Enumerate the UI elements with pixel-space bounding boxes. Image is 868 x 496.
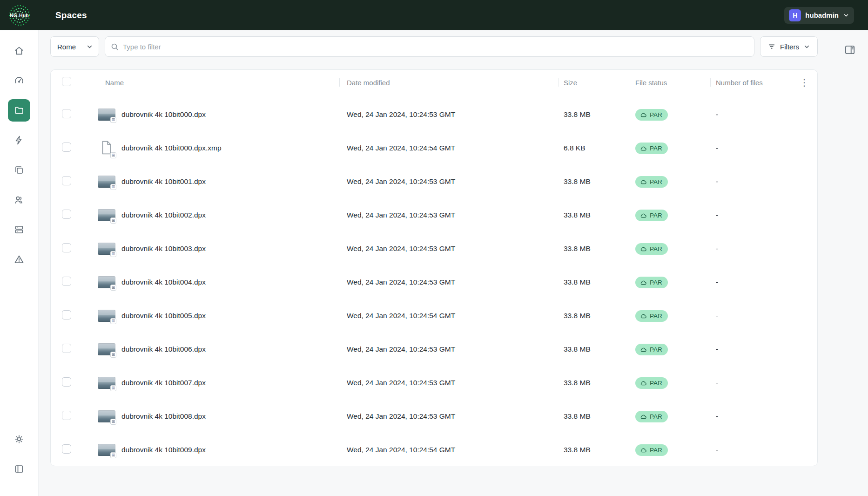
file-type-mini-badge-icon: ⊞ bbox=[110, 117, 116, 123]
number-of-files: - bbox=[710, 211, 817, 219]
date-modified: Wed, 24 Jan 2024, 10:24:53 GMT bbox=[339, 379, 558, 387]
status-badge-label: PAR bbox=[650, 346, 662, 353]
column-header-name[interactable]: Name bbox=[79, 79, 339, 87]
filters-button[interactable]: Filters bbox=[760, 36, 818, 57]
file-name[interactable]: dubrovnik 4k 10bit001.dpx bbox=[121, 177, 206, 186]
user-name: hubadmin bbox=[805, 11, 839, 19]
image-thumbnail-icon: ⊞ bbox=[98, 410, 115, 422]
sidebar-item-settings[interactable] bbox=[8, 428, 30, 450]
file-name[interactable]: dubrovnik 4k 10bit004.dpx bbox=[121, 278, 206, 286]
sidebar-item-snapshots[interactable] bbox=[8, 159, 30, 181]
table-row[interactable]: ⊞ ⊞ dubrovnik 4k 10bit009.dpx Wed, 24 Ja… bbox=[51, 433, 817, 466]
table-row[interactable]: ⊞ ⊞ dubrovnik 4k 10bit002.dpx Wed, 24 Ja… bbox=[51, 198, 817, 232]
file-name[interactable]: dubrovnik 4k 10bit008.dpx bbox=[121, 412, 206, 421]
select-all-checkbox[interactable] bbox=[62, 77, 71, 86]
status-badge: PAR bbox=[635, 109, 668, 121]
table-options-kebab-icon[interactable]: ⋮ bbox=[800, 78, 809, 87]
user-menu[interactable]: H hubadmin bbox=[784, 7, 854, 24]
file-type-mini-badge-icon: ⊞ bbox=[110, 217, 116, 224]
image-thumbnail-icon: ⊞ bbox=[98, 310, 115, 322]
table-row[interactable]: ⊞ ⊞ dubrovnik 4k 10bit005.dpx Wed, 24 Ja… bbox=[51, 299, 817, 333]
number-of-files: - bbox=[710, 110, 817, 119]
sidebar-item-dashboard[interactable] bbox=[8, 69, 30, 92]
file-name[interactable]: dubrovnik 4k 10bit006.dpx bbox=[121, 345, 206, 353]
lightning-icon bbox=[13, 135, 25, 146]
table-row[interactable]: ⊞ ⊞ dubrovnik 4k 10bit000.dpx Wed, 24 Ja… bbox=[51, 98, 817, 131]
side-panel-icon bbox=[13, 463, 25, 475]
table-row[interactable]: ⊞ ⊞ dubrovnik 4k 10bit007.dpx Wed, 24 Ja… bbox=[51, 366, 817, 400]
status-badge-label: PAR bbox=[650, 447, 662, 454]
cloud-icon bbox=[640, 347, 647, 352]
date-modified: Wed, 24 Jan 2024, 10:24:53 GMT bbox=[339, 412, 558, 421]
column-header-date-modified[interactable]: Date modified bbox=[339, 79, 558, 87]
table-row[interactable]: ⊞ ⊞ dubrovnik 4k 10bit006.dpx Wed, 24 Ja… bbox=[51, 333, 817, 366]
row-checkbox[interactable] bbox=[62, 210, 71, 219]
number-of-files: - bbox=[710, 278, 817, 286]
filter-lines-icon bbox=[767, 42, 776, 51]
row-checkbox[interactable] bbox=[62, 176, 71, 185]
row-checkbox[interactable] bbox=[62, 344, 71, 353]
date-modified: Wed, 24 Jan 2024, 10:24:53 GMT bbox=[339, 211, 558, 219]
users-icon bbox=[13, 194, 25, 205]
sidebar-item-home[interactable] bbox=[8, 40, 30, 62]
files-table: Name Date modified Size File status Numb… bbox=[50, 69, 818, 466]
image-thumbnail-icon: ⊞ bbox=[98, 243, 115, 255]
date-modified: Wed, 24 Jan 2024, 10:24:54 GMT bbox=[339, 312, 558, 320]
row-checkbox[interactable] bbox=[62, 143, 71, 152]
row-checkbox[interactable] bbox=[62, 411, 71, 420]
row-checkbox[interactable] bbox=[62, 310, 71, 319]
sidebar-item-storage[interactable] bbox=[8, 218, 30, 241]
cloud-icon bbox=[640, 246, 647, 251]
sidebar-item-activity[interactable] bbox=[8, 129, 30, 151]
alert-triangle-icon bbox=[13, 254, 25, 265]
number-of-files: - bbox=[710, 245, 817, 253]
region-select[interactable]: Rome bbox=[50, 36, 99, 57]
table-header-row: Name Date modified Size File status Numb… bbox=[51, 70, 817, 95]
date-modified: Wed, 24 Jan 2024, 10:24:53 GMT bbox=[339, 177, 558, 186]
file-type-mini-badge-icon: ⊞ bbox=[110, 285, 116, 291]
file-name[interactable]: dubrovnik 4k 10bit005.dpx bbox=[121, 312, 206, 320]
right-panel-toggle-button[interactable] bbox=[844, 44, 856, 58]
file-name[interactable]: dubrovnik 4k 10bit000.dpx.xmp bbox=[121, 144, 222, 152]
folder-spaces-icon bbox=[13, 105, 25, 116]
table-row[interactable]: ⊞ ⊞ dubrovnik 4k 10bit000.dpx.xmp Wed, 2… bbox=[51, 131, 817, 165]
table-row[interactable]: ⊞ ⊞ dubrovnik 4k 10bit001.dpx Wed, 24 Ja… bbox=[51, 165, 817, 198]
date-modified: Wed, 24 Jan 2024, 10:24:54 GMT bbox=[339, 144, 558, 152]
sidebar-item-alerts[interactable] bbox=[8, 248, 30, 271]
sidebar-item-panel[interactable] bbox=[8, 458, 30, 480]
row-checkbox[interactable] bbox=[62, 109, 71, 118]
filter-search-input[interactable] bbox=[123, 37, 754, 56]
image-thumbnail-icon: ⊞ bbox=[98, 444, 115, 456]
file-name[interactable]: dubrovnik 4k 10bit000.dpx bbox=[121, 110, 206, 119]
cloud-icon bbox=[640, 112, 647, 117]
table-row[interactable]: ⊞ ⊞ dubrovnik 4k 10bit008.dpx Wed, 24 Ja… bbox=[51, 400, 817, 433]
file-name[interactable]: dubrovnik 4k 10bit002.dpx bbox=[121, 211, 206, 219]
file-name[interactable]: dubrovnik 4k 10bit007.dpx bbox=[121, 379, 206, 387]
column-header-file-status[interactable]: File status bbox=[629, 79, 710, 87]
number-of-files: - bbox=[710, 345, 817, 353]
table-row[interactable]: ⊞ ⊞ dubrovnik 4k 10bit003.dpx Wed, 24 Ja… bbox=[51, 232, 817, 265]
region-select-value: Rome bbox=[57, 43, 76, 51]
row-checkbox[interactable] bbox=[62, 243, 71, 252]
status-badge: PAR bbox=[635, 210, 668, 221]
file-name[interactable]: dubrovnik 4k 10bit003.dpx bbox=[121, 245, 206, 253]
sidebar-item-spaces[interactable] bbox=[8, 99, 30, 122]
column-header-size[interactable]: Size bbox=[558, 79, 629, 87]
file-name[interactable]: dubrovnik 4k 10bit009.dpx bbox=[121, 446, 206, 454]
table-body: ⊞ ⊞ dubrovnik 4k 10bit000.dpx Wed, 24 Ja… bbox=[51, 95, 817, 466]
sidebar-item-users[interactable] bbox=[8, 189, 30, 211]
status-badge: PAR bbox=[635, 243, 668, 255]
filters-button-label: Filters bbox=[780, 43, 799, 51]
date-modified: Wed, 24 Jan 2024, 10:24:53 GMT bbox=[339, 110, 558, 119]
row-checkbox[interactable] bbox=[62, 377, 71, 387]
page-title: Spaces bbox=[55, 10, 87, 20]
file-size: 33.8 MB bbox=[558, 379, 629, 387]
number-of-files: - bbox=[710, 312, 817, 320]
table-row[interactable]: ⊞ ⊞ dubrovnik 4k 10bit004.dpx Wed, 24 Ja… bbox=[51, 265, 817, 299]
row-checkbox[interactable] bbox=[62, 444, 71, 454]
filter-search bbox=[105, 36, 754, 57]
cloud-icon bbox=[640, 179, 647, 184]
file-type-mini-badge-icon: ⊞ bbox=[110, 385, 116, 391]
row-checkbox[interactable] bbox=[62, 277, 71, 286]
file-size: 33.8 MB bbox=[558, 312, 629, 320]
